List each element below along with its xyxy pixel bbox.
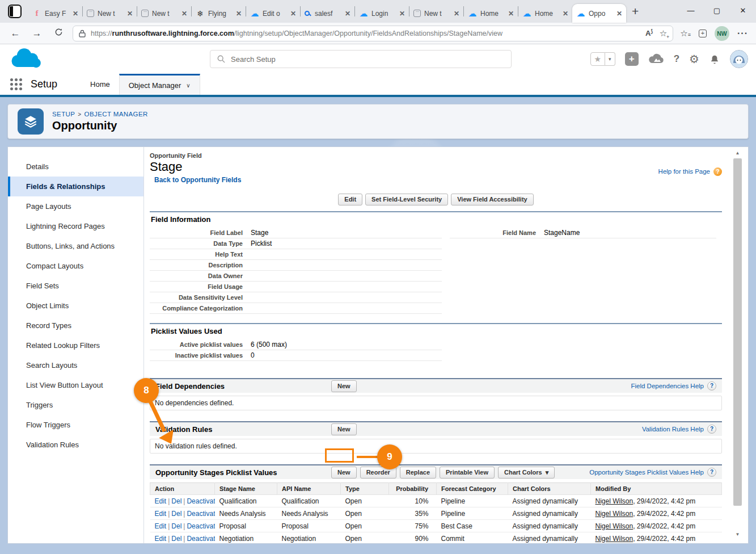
edit-link[interactable]: Edit — [155, 522, 167, 530]
del-link[interactable]: Del — [171, 535, 181, 543]
minimize-button[interactable]: — — [678, 0, 704, 22]
quick-create-icon[interactable]: + — [625, 52, 639, 66]
sidebar-item-object-limits[interactable]: Object Limits — [8, 296, 143, 316]
breadcrumb-setup-link[interactable]: SETUP — [52, 111, 75, 117]
validation-rules-help-icon[interactable]: ? — [707, 425, 716, 434]
sidebar-item-field-sets[interactable]: Field Sets — [8, 276, 143, 296]
setup-tab-object-manager[interactable]: Object Manager∨ — [119, 74, 200, 95]
browser-menu-icon[interactable]: ··· — [737, 28, 748, 39]
validation-rules-help-link[interactable]: Validation Rules Help — [642, 426, 704, 433]
back-to-fields-link[interactable]: Back to Opportunity Fields — [154, 175, 241, 184]
browser-tab-new-t-7[interactable]: New t✕ — [409, 4, 463, 23]
sidebar-item-compact-layouts[interactable]: Compact Layouts — [8, 256, 143, 276]
sidebar-item-validation-rules[interactable]: Validation Rules — [8, 435, 143, 455]
browser-tab-salesf-5[interactable]: salesf✕ — [301, 4, 354, 23]
tab-close-icon[interactable]: ✕ — [508, 10, 514, 18]
vertical-scrollbar[interactable]: ▲ ▼ — [733, 149, 742, 539]
scrollbar-thumb[interactable] — [733, 158, 742, 506]
user-avatar[interactable] — [730, 50, 748, 68]
browser-tab-easy-f-0[interactable]: fEasy F✕ — [28, 4, 82, 23]
app-launcher-icon[interactable] — [10, 78, 23, 91]
read-aloud-icon[interactable]: A⟆ — [645, 28, 653, 37]
collections-icon[interactable]: + — [699, 30, 707, 37]
tab-close-icon[interactable]: ✕ — [616, 10, 622, 18]
del-link[interactable]: Del — [171, 497, 181, 505]
sidebar-item-record-types[interactable]: Record Types — [8, 316, 143, 335]
help-for-page-link[interactable]: Help for this Page — [658, 168, 710, 175]
new-tab-button[interactable]: + — [632, 6, 639, 17]
favorites-combo-button[interactable]: ★▾ — [590, 52, 615, 66]
stages-new-button[interactable]: New — [331, 467, 357, 479]
browser-tab-home-9[interactable]: ☁Home✕ — [518, 4, 572, 23]
help-for-page-icon[interactable]: ? — [713, 167, 722, 176]
sidebar-item-lightning-record-pages[interactable]: Lightning Record Pages — [8, 216, 143, 236]
tab-close-icon[interactable]: ✕ — [454, 10, 459, 18]
tab-close-icon[interactable]: ✕ — [236, 10, 242, 18]
edit-button[interactable]: Edit — [338, 194, 362, 205]
gear-icon[interactable]: ⚙ — [689, 52, 699, 66]
browser-tab-edit-o-4[interactable]: ☁Edit o✕ — [246, 4, 300, 23]
stages-printable-view-button[interactable]: Printable View — [440, 467, 495, 479]
sidebar-item-page-layouts[interactable]: Page Layouts — [8, 196, 143, 216]
validation-rules-new-button[interactable]: New — [331, 423, 357, 435]
help-icon[interactable]: ? — [674, 53, 679, 65]
browser-tab-flying-3[interactable]: ❄Flying✕ — [192, 4, 246, 23]
sidebar-item-list-view-button-layout[interactable]: List View Button Layout — [8, 375, 143, 395]
sidebar-item-buttons-links-and-actions[interactable]: Buttons, Links, and Actions — [8, 236, 143, 256]
modified-by-link[interactable]: Nigel Wilson — [595, 522, 633, 530]
browser-tab-new-t-2[interactable]: New t✕ — [137, 4, 191, 23]
set-field-level-security-button[interactable]: Set Field-Level Security — [365, 194, 448, 205]
address-bar[interactable]: https://runthrusoftware.lightning.force.… — [73, 26, 673, 41]
sidebar-item-search-layouts[interactable]: Search Layouts — [8, 355, 143, 375]
browser-tab-home-8[interactable]: ☁Home✕ — [464, 4, 518, 23]
refresh-button[interactable] — [50, 28, 66, 39]
breadcrumb-object-manager-link[interactable]: OBJECT MANAGER — [85, 111, 148, 117]
field-dependencies-new-button[interactable]: New — [331, 380, 357, 392]
tab-close-icon[interactable]: ✕ — [181, 10, 187, 18]
setup-search-input[interactable]: Search Setup — [210, 50, 512, 68]
edit-link[interactable]: Edit — [155, 510, 167, 518]
stages-replace-button[interactable]: Replace — [400, 467, 436, 479]
deactivate-link[interactable]: Deactivate — [187, 522, 214, 530]
sidebar-item-details[interactable]: Details — [8, 157, 143, 177]
deactivate-link[interactable]: Deactivate — [187, 510, 214, 518]
view-field-accessibility-button[interactable]: View Field Accessibility — [451, 194, 534, 205]
edit-link[interactable]: Edit — [155, 497, 167, 505]
browser-tab-login-6[interactable]: ☁Login✕ — [355, 4, 409, 23]
del-link[interactable]: Del — [171, 522, 181, 530]
close-button[interactable]: ✕ — [730, 0, 756, 22]
tab-close-icon[interactable]: ✕ — [345, 10, 350, 18]
modified-by-link[interactable]: Nigel Wilson — [595, 497, 633, 505]
maximize-button[interactable]: ▢ — [704, 0, 730, 22]
bell-icon[interactable] — [709, 53, 720, 65]
sidebar-item-related-lookup-filters[interactable]: Related Lookup Filters — [8, 335, 143, 355]
sidebar-item-triggers[interactable]: Triggers — [8, 395, 143, 415]
favorites-icon[interactable]: ☆≡ — [680, 28, 691, 39]
tab-close-icon[interactable]: ✕ — [73, 10, 78, 18]
tab-close-icon[interactable]: ✕ — [563, 10, 568, 18]
stages-reorder-button[interactable]: Reorder — [360, 467, 396, 479]
opportunity-stages-help-icon[interactable]: ? — [707, 468, 716, 477]
tab-close-icon[interactable]: ✕ — [290, 10, 296, 18]
stages-chart-colors-button[interactable]: Chart Colors ▾ — [498, 467, 555, 479]
deactivate-link[interactable]: Deactivate — [187, 535, 214, 543]
field-dependencies-help-icon[interactable]: ? — [707, 381, 716, 391]
opportunity-stages-help-link[interactable]: Opportunity Stages Picklist Values Help — [589, 469, 704, 476]
tab-close-icon[interactable]: ✕ — [127, 10, 133, 18]
sidebar-item-fields-relationships[interactable]: Fields & Relationships — [8, 177, 143, 196]
add-favorite-icon[interactable]: ☆ — [660, 28, 667, 39]
trailhead-icon[interactable] — [648, 53, 664, 65]
modified-by-link[interactable]: Nigel Wilson — [595, 510, 633, 518]
browser-profile-avatar[interactable]: NW — [715, 26, 729, 41]
browser-tab-oppo-10[interactable]: ☁Oppo✕ — [572, 4, 626, 23]
deactivate-link[interactable]: Deactivate — [187, 497, 214, 505]
sidebar-item-flow-triggers[interactable]: Flow Triggers — [8, 415, 143, 435]
edit-link[interactable]: Edit — [155, 535, 167, 543]
setup-tab-home[interactable]: Home — [81, 74, 119, 95]
del-link[interactable]: Del — [171, 510, 181, 518]
tab-close-icon[interactable]: ✕ — [399, 10, 405, 18]
tab-search-icon[interactable] — [8, 5, 22, 18]
back-button[interactable]: ← — [7, 28, 23, 39]
scroll-up-icon[interactable]: ▲ — [733, 149, 742, 157]
browser-tab-new-t-1[interactable]: New t✕ — [83, 4, 137, 23]
